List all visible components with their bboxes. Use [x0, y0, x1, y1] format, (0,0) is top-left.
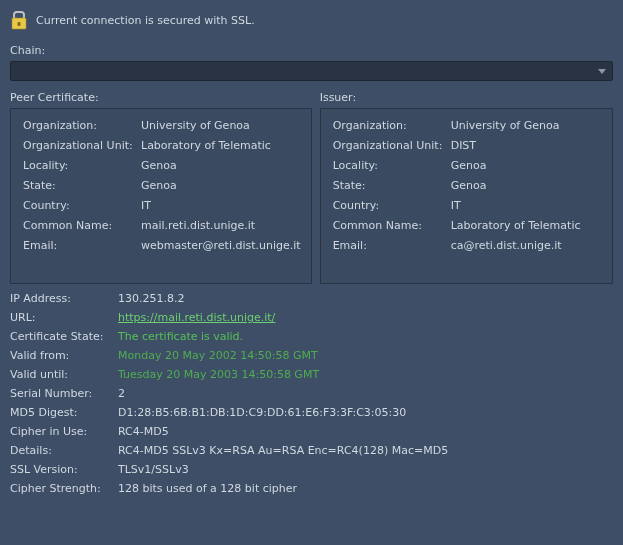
- ip-value: 130.251.8.2: [118, 292, 613, 305]
- peer-org-value: University of Genoa: [141, 119, 301, 132]
- issuer-state-value: Genoa: [451, 179, 602, 192]
- strength-label: Cipher Strength:: [10, 482, 118, 495]
- peer-certificate-title: Peer Certificate:: [10, 91, 312, 104]
- serial-label: Serial Number:: [10, 387, 118, 400]
- issuer-ou-label: Organizational Unit:: [333, 139, 451, 152]
- peer-state-label: State:: [23, 179, 141, 192]
- details-label: Details:: [10, 444, 118, 457]
- issuer-cn-label: Common Name:: [333, 219, 451, 232]
- md5-value: D1:28:B5:6B:B1:DB:1D:C9:DD:61:E6:F3:3F:C…: [118, 406, 613, 419]
- peer-country-value: IT: [141, 199, 301, 212]
- ip-label: IP Address:: [10, 292, 118, 305]
- lock-icon: [10, 10, 28, 30]
- connection-details: IP Address:130.251.8.2 URL:https://mail.…: [10, 292, 613, 495]
- issuer-box: Organization:University of Genoa Organiz…: [320, 108, 613, 284]
- valid-until-value: Tuesday 20 May 2003 14:50:58 GMT: [118, 368, 613, 381]
- md5-label: MD5 Digest:: [10, 406, 118, 419]
- chain-dropdown[interactable]: [10, 61, 613, 81]
- ssl-status-header: Current connection is secured with SSL.: [10, 10, 613, 30]
- peer-cn-value: mail.reti.dist.unige.it: [141, 219, 301, 232]
- cipher-label: Cipher in Use:: [10, 425, 118, 438]
- cert-state-value: The certificate is valid.: [118, 330, 613, 343]
- cipher-value: RC4-MD5: [118, 425, 613, 438]
- svg-rect-2: [18, 22, 21, 26]
- peer-email-value: webmaster@reti.dist.unige.it: [141, 239, 301, 252]
- strength-value: 128 bits used of a 128 bit cipher: [118, 482, 613, 495]
- peer-ou-label: Organizational Unit:: [23, 139, 141, 152]
- ssl-status-text: Current connection is secured with SSL.: [36, 14, 255, 27]
- peer-ou-value: Laboratory of Telematic: [141, 139, 301, 152]
- serial-value: 2: [118, 387, 613, 400]
- issuer-section: Issuer: Organization:University of Genoa…: [320, 91, 613, 284]
- issuer-title: Issuer:: [320, 91, 613, 104]
- peer-state-value: Genoa: [141, 179, 301, 192]
- peer-email-label: Email:: [23, 239, 141, 252]
- peer-certificate-section: Peer Certificate: Organization:Universit…: [10, 91, 312, 284]
- issuer-locality-value: Genoa: [451, 159, 602, 172]
- peer-cn-label: Common Name:: [23, 219, 141, 232]
- valid-from-label: Valid from:: [10, 349, 118, 362]
- issuer-email-label: Email:: [333, 239, 451, 252]
- cert-state-label: Certificate State:: [10, 330, 118, 343]
- valid-until-label: Valid until:: [10, 368, 118, 381]
- url-label: URL:: [10, 311, 118, 324]
- issuer-locality-label: Locality:: [333, 159, 451, 172]
- issuer-ou-value: DIST: [451, 139, 602, 152]
- issuer-cn-value: Laboratory of Telematic: [451, 219, 602, 232]
- peer-certificate-box: Organization:University of Genoa Organiz…: [10, 108, 312, 284]
- peer-locality-label: Locality:: [23, 159, 141, 172]
- issuer-org-label: Organization:: [333, 119, 451, 132]
- issuer-org-value: University of Genoa: [451, 119, 602, 132]
- details-value: RC4-MD5 SSLv3 Kx=RSA Au=RSA Enc=RC4(128)…: [118, 444, 613, 457]
- sslver-label: SSL Version:: [10, 463, 118, 476]
- peer-org-label: Organization:: [23, 119, 141, 132]
- peer-country-label: Country:: [23, 199, 141, 212]
- valid-from-value: Monday 20 May 2002 14:50:58 GMT: [118, 349, 613, 362]
- url-link[interactable]: https://mail.reti.dist.unige.it/: [118, 311, 613, 324]
- chain-label: Chain:: [10, 44, 613, 57]
- issuer-email-value: ca@reti.dist.unige.it: [451, 239, 602, 252]
- issuer-country-label: Country:: [333, 199, 451, 212]
- peer-locality-value: Genoa: [141, 159, 301, 172]
- sslver-value: TLSv1/SSLv3: [118, 463, 613, 476]
- issuer-country-value: IT: [451, 199, 602, 212]
- issuer-state-label: State:: [333, 179, 451, 192]
